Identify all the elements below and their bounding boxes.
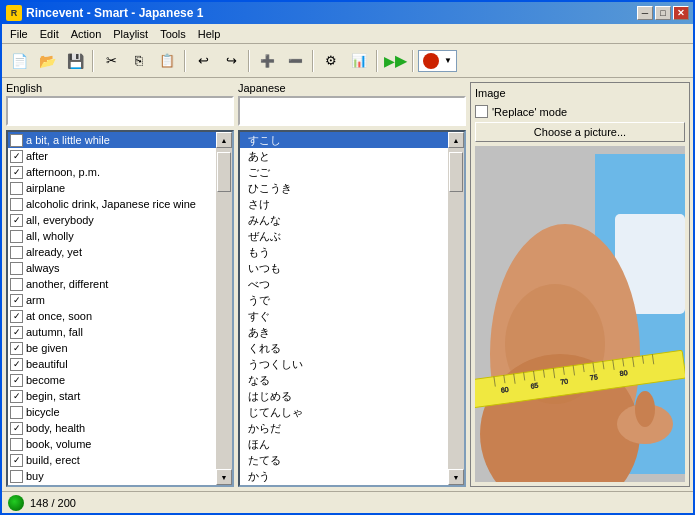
japanese-list-item[interactable]: みんな <box>240 212 448 228</box>
english-item-checkbox[interactable] <box>10 230 23 243</box>
english-item-checkbox[interactable] <box>10 438 23 451</box>
jp-scroll-down-icon[interactable]: ▼ <box>448 469 464 485</box>
english-item-checkbox[interactable] <box>10 358 23 371</box>
more-button[interactable]: 📊 <box>346 48 372 74</box>
english-item-checkbox[interactable] <box>10 166 23 179</box>
menu-file[interactable]: File <box>4 26 34 42</box>
japanese-list-item[interactable]: ぜんぶ <box>240 228 448 244</box>
japanese-list-item[interactable]: ごご <box>240 164 448 180</box>
settings-button[interactable]: ⚙ <box>318 48 344 74</box>
english-list-item[interactable]: a bit, a little while <box>8 132 216 148</box>
english-item-checkbox[interactable] <box>10 326 23 339</box>
japanese-list-item[interactable]: もう <box>240 244 448 260</box>
new-button[interactable]: 📄 <box>6 48 32 74</box>
scroll-up-icon[interactable]: ▲ <box>216 132 232 148</box>
maximize-button[interactable]: □ <box>655 6 671 20</box>
japanese-list-item[interactable]: あき <box>240 324 448 340</box>
japanese-list-item[interactable]: すぐ <box>240 308 448 324</box>
japanese-list-item[interactable]: じてんしゃ <box>240 404 448 420</box>
english-list-item[interactable]: buy <box>8 468 216 484</box>
english-item-checkbox[interactable] <box>10 342 23 355</box>
menu-playlist[interactable]: Playlist <box>107 26 154 42</box>
japanese-list-item[interactable]: さけ <box>240 196 448 212</box>
english-list-item[interactable]: already, yet <box>8 244 216 260</box>
japanese-list-item[interactable]: くれる <box>240 340 448 356</box>
japanese-list-item[interactable]: かう <box>240 468 448 484</box>
english-list-item[interactable]: call, name <box>8 484 216 485</box>
english-list-item[interactable]: autumn, fall <box>8 324 216 340</box>
scrollbar-thumb[interactable] <box>217 152 231 192</box>
english-scrollbar[interactable]: ▲ ▼ <box>216 132 232 485</box>
english-list-item[interactable]: build, erect <box>8 452 216 468</box>
menu-edit[interactable]: Edit <box>34 26 65 42</box>
japanese-list-item[interactable]: たてる <box>240 452 448 468</box>
japanese-search-input[interactable] <box>238 96 466 126</box>
japanese-list-item[interactable]: なる <box>240 372 448 388</box>
english-list-item[interactable]: airplane <box>8 180 216 196</box>
jp-scrollbar-thumb[interactable] <box>449 152 463 192</box>
save-button[interactable]: 💾 <box>62 48 88 74</box>
english-list-item[interactable]: at once, soon <box>8 308 216 324</box>
replace-mode-checkbox[interactable] <box>475 105 488 118</box>
jp-scrollbar-track[interactable] <box>448 148 464 469</box>
english-item-checkbox[interactable] <box>10 406 23 419</box>
english-list-item[interactable]: begin, start <box>8 388 216 404</box>
english-list-item[interactable]: body, health <box>8 420 216 436</box>
english-list-item[interactable]: beautiful <box>8 356 216 372</box>
play-button[interactable]: ▶ <box>382 48 408 74</box>
japanese-list-item[interactable]: はじめる <box>240 388 448 404</box>
english-list-item[interactable]: be given <box>8 340 216 356</box>
english-item-checkbox[interactable] <box>10 182 23 195</box>
japanese-list-item[interactable]: うで <box>240 292 448 308</box>
english-list-item[interactable]: all, everybody <box>8 212 216 228</box>
english-list-item[interactable]: all, wholly <box>8 228 216 244</box>
english-list-item[interactable]: alcoholic drink, Japanese rice wine <box>8 196 216 212</box>
english-item-checkbox[interactable] <box>10 422 23 435</box>
english-item-checkbox[interactable] <box>10 278 23 291</box>
menu-help[interactable]: Help <box>192 26 227 42</box>
english-list-item[interactable]: another, different <box>8 276 216 292</box>
english-list-item[interactable]: book, volume <box>8 436 216 452</box>
english-list-item[interactable]: arm <box>8 292 216 308</box>
english-item-checkbox[interactable] <box>10 134 23 147</box>
english-list-item[interactable]: after <box>8 148 216 164</box>
copy-button[interactable]: ⎘ <box>126 48 152 74</box>
japanese-list-item[interactable]: からだ <box>240 420 448 436</box>
japanese-list-item[interactable]: よぶ <box>240 484 448 485</box>
english-item-checkbox[interactable] <box>10 150 23 163</box>
open-button[interactable]: 📂 <box>34 48 60 74</box>
japanese-list-item[interactable]: うつくしい <box>240 356 448 372</box>
choose-picture-button[interactable]: Choose a picture... <box>475 122 685 142</box>
cut-button[interactable]: ✂ <box>98 48 124 74</box>
english-list-item[interactable]: become <box>8 372 216 388</box>
scroll-down-icon[interactable]: ▼ <box>216 469 232 485</box>
english-item-checkbox[interactable] <box>10 294 23 307</box>
japanese-scrollbar[interactable]: ▲ ▼ <box>448 132 464 485</box>
english-list-item[interactable]: bicycle <box>8 404 216 420</box>
english-item-checkbox[interactable] <box>10 310 23 323</box>
japanese-list-item[interactable]: ほん <box>240 436 448 452</box>
scrollbar-track[interactable] <box>216 148 232 469</box>
paste-button[interactable]: 📋 <box>154 48 180 74</box>
english-item-checkbox[interactable] <box>10 214 23 227</box>
jp-scroll-up-icon[interactable]: ▲ <box>448 132 464 148</box>
english-item-checkbox[interactable] <box>10 470 23 483</box>
redo-button[interactable]: ↪ <box>218 48 244 74</box>
delete-word-button[interactable]: ➖ <box>282 48 308 74</box>
japanese-list-item[interactable]: ひこうき <box>240 180 448 196</box>
english-item-checkbox[interactable] <box>10 374 23 387</box>
menu-action[interactable]: Action <box>65 26 108 42</box>
english-item-checkbox[interactable] <box>10 262 23 275</box>
japanese-list-item[interactable]: いつも <box>240 260 448 276</box>
japanese-list-item[interactable]: すこし <box>240 132 448 148</box>
minimize-button[interactable]: ─ <box>637 6 653 20</box>
english-item-checkbox[interactable] <box>10 246 23 259</box>
mode-dropdown[interactable]: ▼ <box>418 50 457 72</box>
english-search-input[interactable] <box>6 96 234 126</box>
menu-tools[interactable]: Tools <box>154 26 192 42</box>
english-item-checkbox[interactable] <box>10 454 23 467</box>
english-item-checkbox[interactable] <box>10 198 23 211</box>
add-word-button[interactable]: ➕ <box>254 48 280 74</box>
japanese-list-item[interactable]: べつ <box>240 276 448 292</box>
english-list-item[interactable]: afternoon, p.m. <box>8 164 216 180</box>
